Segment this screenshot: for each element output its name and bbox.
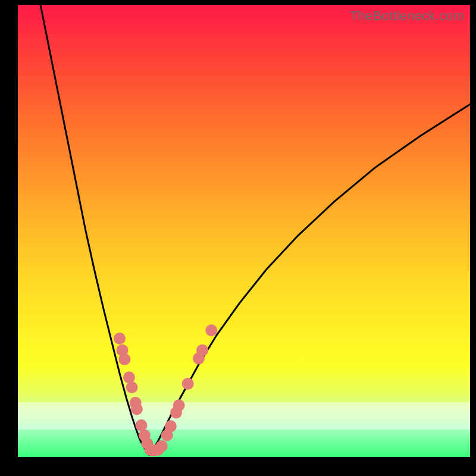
chart-frame: TheBottleneck.com [0, 0, 476, 476]
plot-area: TheBottleneck.com [18, 5, 470, 457]
data-point [182, 378, 194, 390]
data-point [165, 420, 177, 432]
curve-right-branch [149, 104, 470, 455]
data-point [123, 371, 135, 383]
data-point [196, 345, 208, 356]
bottleneck-curve [40, 5, 470, 455]
data-point [131, 403, 143, 415]
data-point [126, 381, 138, 393]
data-points [114, 324, 217, 456]
data-point [173, 399, 185, 411]
chart-svg [18, 5, 470, 457]
data-point [156, 440, 168, 452]
data-point [118, 353, 130, 365]
data-point [205, 324, 217, 336]
data-point [114, 333, 126, 345]
watermark-text: TheBottleneck.com [350, 8, 464, 24]
